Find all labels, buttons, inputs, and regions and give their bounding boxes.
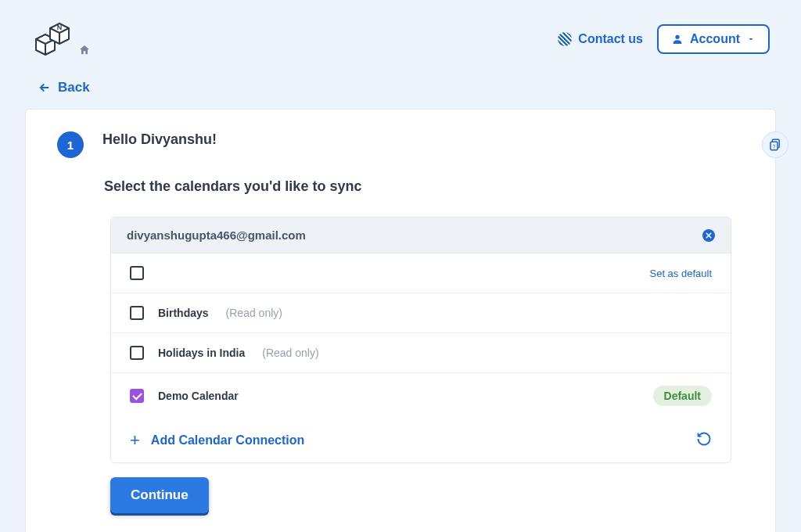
refresh-icon <box>696 431 712 447</box>
continue-button[interactable]: Continue <box>110 477 209 513</box>
user-icon <box>671 33 684 45</box>
connection-email: divyanshugupta466@gmail.com <box>127 228 306 242</box>
contact-us-link[interactable]: Contact us <box>558 32 643 46</box>
calendar-row: Set as default <box>111 253 731 293</box>
calendar-checkbox[interactable] <box>130 266 144 280</box>
step-header: 1 Hello Divyanshu! <box>26 131 775 158</box>
calendar-row: Birthdays(Read only) <box>111 293 731 333</box>
topbar: N Contact us Account <box>0 0 801 67</box>
calendar-checkbox[interactable] <box>130 346 144 360</box>
refresh-button[interactable] <box>696 431 712 450</box>
logo-area: N <box>31 19 91 59</box>
home-icon[interactable] <box>78 44 91 59</box>
add-connection-row: + Add Calendar Connection <box>111 419 731 462</box>
calendar-section: divyanshugupta466@gmail.com Set as defau… <box>110 217 731 513</box>
remove-connection-button[interactable] <box>702 229 715 242</box>
set-as-default-link[interactable]: Set as default <box>650 268 713 279</box>
chevron-down-icon <box>746 34 756 44</box>
greeting-text: Hello Divyanshu! <box>102 131 217 148</box>
account-button[interactable]: Account <box>657 24 770 54</box>
step-number-badge: 1 <box>57 131 84 158</box>
back-label: Back <box>58 80 90 95</box>
svg-point-1 <box>675 35 679 39</box>
help-button[interactable]: ? <box>762 131 788 158</box>
default-badge: Default <box>653 386 712 406</box>
main-card: 1 Hello Divyanshu! Select the calendars … <box>25 109 776 532</box>
subtitle-text: Select the calendars you'd like to sync <box>104 178 775 195</box>
top-actions: Contact us Account <box>558 24 770 54</box>
svg-text:?: ? <box>773 144 776 149</box>
calendar-name: Demo Calendar <box>158 390 239 402</box>
connection-header: divyanshugupta466@gmail.com <box>111 217 731 253</box>
calendar-row: Holidays in India(Read only) <box>111 333 731 373</box>
calendar-checkbox[interactable] <box>130 389 144 403</box>
svg-text:N: N <box>57 23 63 31</box>
add-connection-label: Add Calendar Connection <box>151 433 304 448</box>
readonly-label: (Read only) <box>226 307 282 319</box>
add-calendar-connection-button[interactable]: + Add Calendar Connection <box>130 432 304 449</box>
account-label: Account <box>690 32 740 46</box>
calendar-name: Holidays in India <box>158 347 245 359</box>
readonly-label: (Read only) <box>262 347 318 359</box>
close-icon <box>706 232 712 239</box>
back-link[interactable]: Back <box>38 80 90 95</box>
calendar-row: Demo CalendarDefault <box>111 373 731 419</box>
connection-panel: divyanshugupta466@gmail.com Set as defau… <box>110 217 731 463</box>
calendar-checkbox[interactable] <box>130 306 144 320</box>
help-icon: ? <box>768 138 782 152</box>
app-logo[interactable]: N <box>31 19 70 59</box>
contact-us-label: Contact us <box>578 32 643 46</box>
calendar-name: Birthdays <box>158 307 209 319</box>
arrow-left-icon <box>38 81 52 95</box>
plus-icon: + <box>130 432 140 449</box>
contact-icon <box>558 32 572 46</box>
